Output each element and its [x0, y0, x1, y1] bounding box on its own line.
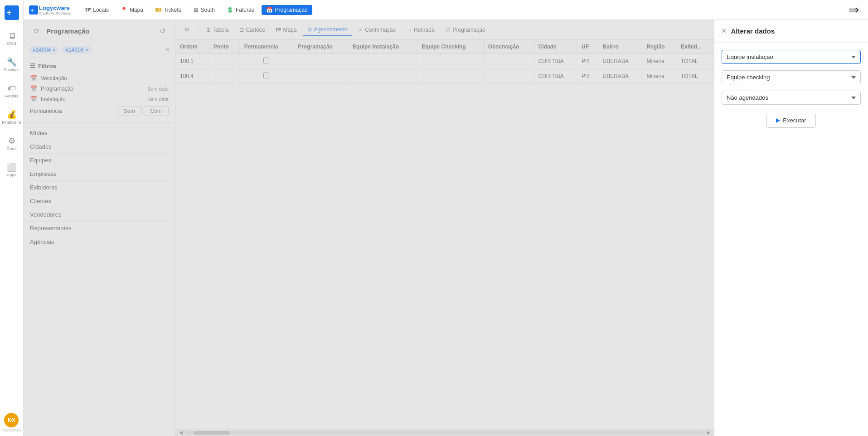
- center-panel: ⚙ ⊞ Tabela ⊟ Cartões 🗺 Mapa ⊞ Agendame: [175, 20, 714, 436]
- filter-tag-14908: #14908 ×: [62, 46, 92, 54]
- table-body: 100.1 CURITIBA PR UBERABA Mineira TOTAL: [175, 54, 714, 84]
- sidebar-item-apps[interactable]: ⬜ Apps: [1, 158, 23, 183]
- servicos-icon: 🔧: [7, 58, 17, 67]
- sidebar-item-ooh[interactable]: 🖥 OOH: [1, 26, 23, 52]
- right-panel-close-btn[interactable]: ×: [722, 26, 727, 36]
- apps-icon: ⬜: [7, 163, 17, 172]
- scrollbar-track[interactable]: [184, 431, 705, 435]
- scroll-right-btn[interactable]: ▶: [705, 430, 712, 436]
- equipe-checking-select[interactable]: Equipe checking: [722, 70, 861, 84]
- filter-vendedores[interactable]: Vendedores: [30, 208, 169, 222]
- cell-bairro-0: UBERABA: [598, 54, 642, 69]
- col-exibidora: Exibid...: [676, 40, 714, 54]
- brand-text: Logycware Credibility Solutions: [39, 5, 71, 15]
- filter-agencias[interactable]: Agências: [30, 235, 169, 248]
- vendas-icon: 🏷: [8, 84, 16, 93]
- filter-clientes[interactable]: Clientes: [30, 194, 169, 208]
- equipe-instalacao-select[interactable]: Equipe instalação: [722, 50, 861, 64]
- right-panel-body: Equipe instalação Equipe checking Não ag…: [714, 43, 868, 135]
- page-body: ⟳ Programação ↺ #14904 × #14908 × × ☰: [24, 20, 868, 436]
- filter-cidades[interactable]: Cidades: [30, 140, 169, 154]
- cell-permanencia-0[interactable]: [239, 54, 293, 69]
- filter-empresas[interactable]: Empresas: [30, 167, 169, 181]
- topnav-locais[interactable]: 🗺 Locais: [81, 5, 113, 15]
- filter-midias[interactable]: Mídias: [30, 126, 169, 140]
- executar-btn[interactable]: Executar: [766, 113, 815, 128]
- filter-equipes[interactable]: Equipes: [30, 154, 169, 167]
- topnav-mapa[interactable]: 📍 Mapa: [116, 5, 148, 15]
- col-cidade: Cidade: [533, 40, 577, 54]
- cell-cidade-1: CURITIBA: [533, 69, 577, 84]
- veiculacao-filter: 📅 Veiculação: [30, 73, 169, 83]
- refresh-btn[interactable]: ↺: [156, 24, 169, 37]
- history-btn[interactable]: ⟳: [30, 24, 43, 37]
- confirmacao-icon: ✓: [359, 27, 363, 33]
- svg-text:+: +: [30, 7, 34, 14]
- filtros-header[interactable]: ☰ Filtros: [30, 63, 169, 69]
- programacao-filter: 📅 Programação Sem data: [30, 83, 169, 94]
- remove-tag-14904[interactable]: ×: [53, 47, 55, 53]
- cell-bairro-1: UBERABA: [598, 69, 642, 84]
- remove-tag-14908[interactable]: ×: [86, 47, 88, 53]
- col-equipe-instalacao: Equipe Instalação: [348, 40, 417, 54]
- scroll-left-btn[interactable]: ◀: [177, 430, 184, 436]
- topnav-faturas[interactable]: 💲 Faturas: [222, 5, 259, 15]
- cell-obs-0: [483, 54, 533, 69]
- toolbar-cartoes-btn[interactable]: ⊟ Cartões: [235, 24, 269, 35]
- filter-representantes[interactable]: Representantes: [30, 222, 169, 235]
- filter-section: ☰ Filtros 📅 Veiculação 📅 Programação Sem…: [24, 58, 175, 123]
- financeiro-icon: 💰: [7, 111, 17, 120]
- equipe-instalacao-field: Equipe instalação: [722, 50, 861, 64]
- toolbar-mapa-btn[interactable]: 🗺 Mapa: [271, 24, 301, 35]
- cell-obs-1: [483, 69, 533, 84]
- calendar-icon-programacao: 📅: [30, 85, 37, 92]
- toolbar-retirada-btn[interactable]: → Retirada: [402, 24, 439, 35]
- toolbar-programacao-btn[interactable]: 🖨 Programação: [441, 24, 490, 35]
- programacao-toolbar-icon: 🖨: [446, 27, 451, 33]
- cell-exibidora-1: TOTAL: [676, 69, 714, 84]
- permanencia-com-btn[interactable]: Com: [144, 106, 169, 116]
- south-icon: 🖥: [193, 7, 199, 13]
- nao-agendados-select[interactable]: Não agendados: [722, 91, 861, 105]
- toolbar-tabela-btn[interactable]: ⊞ Tabela: [202, 24, 233, 35]
- cell-uf-0: PR: [577, 54, 598, 69]
- sidebar-item-financeiro[interactable]: 💰 Financeiro: [1, 105, 23, 131]
- cell-regiao-0: Mineira: [642, 54, 676, 69]
- sidebar: + 🖥 OOH 🔧 Serviços 🏷 Vendas 💰 Financeiro…: [0, 0, 24, 436]
- version-text: 412093413: [2, 428, 20, 432]
- mapa-toolbar-icon: 🗺: [276, 27, 281, 33]
- col-ponto: Ponto: [209, 40, 239, 54]
- cell-uf-1: PR: [577, 69, 598, 84]
- cell-permanencia-1[interactable]: [239, 69, 293, 84]
- toolbar: ⚙ ⊞ Tabela ⊟ Cartões 🗺 Mapa ⊞ Agendame: [175, 20, 714, 40]
- toolbar-agendamento-btn[interactable]: ⊞ Agendamento: [303, 24, 352, 36]
- filter-exibidoras[interactable]: Exibidoras: [30, 181, 169, 194]
- mapa-nav-icon: 📍: [121, 7, 127, 13]
- topnav-tickets[interactable]: 🎫 Tickets: [150, 5, 186, 15]
- cell-regiao-1: Mineira: [642, 69, 676, 84]
- cell-ponto-0: [209, 54, 239, 69]
- sidebar-item-vendas[interactable]: 🏷 Vendas: [1, 79, 23, 104]
- filter-icon: ☰: [30, 63, 35, 69]
- topnav-south[interactable]: 🖥 South: [189, 5, 219, 15]
- cell-cidade-0: CURITIBA: [533, 54, 577, 69]
- permanencia-checkbox-0[interactable]: [263, 58, 269, 63]
- col-observacao: Observação: [483, 40, 533, 54]
- arrow-indicator: ⇒: [849, 2, 859, 17]
- clear-all-filters[interactable]: ×: [165, 46, 170, 54]
- cell-equipe-check-0: [417, 54, 483, 69]
- scrollbar-thumb[interactable]: [194, 431, 230, 435]
- agendamento-icon: ⊞: [307, 26, 312, 33]
- col-regiao: Região: [642, 40, 676, 54]
- topnav-programacao[interactable]: 📅 Programação: [262, 5, 312, 15]
- cartoes-icon: ⊟: [239, 27, 244, 33]
- table-wrapper[interactable]: Ordem Ponto Permanencia Programação Equi…: [175, 40, 714, 429]
- sidebar-item-geral[interactable]: ⚙ Geral: [1, 131, 23, 157]
- cell-equipe-inst-1: [348, 69, 417, 84]
- toolbar-confirmacao-btn[interactable]: ✓ Confirmação: [354, 24, 400, 35]
- permanencia-checkbox-1[interactable]: [263, 73, 269, 78]
- sidebar-item-servicos[interactable]: 🔧 Serviços: [1, 53, 23, 78]
- table-footer: ◀ ▶: [175, 429, 714, 436]
- toolbar-filter-btn[interactable]: ⚙: [180, 24, 194, 35]
- permanencia-sem-btn[interactable]: Sem: [117, 106, 142, 116]
